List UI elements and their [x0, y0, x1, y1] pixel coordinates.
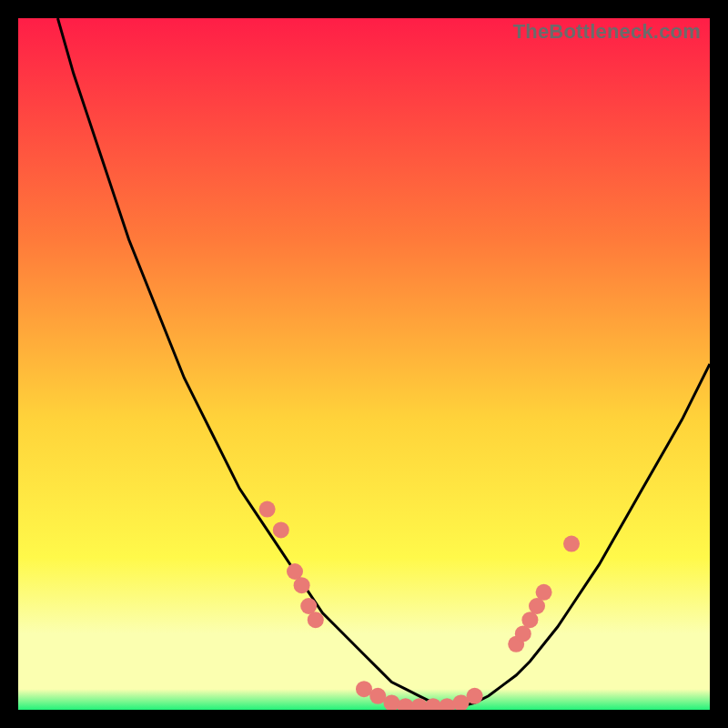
watermark-text: TheBottleneck.com	[513, 20, 701, 44]
data-dot	[308, 612, 324, 628]
data-dot	[536, 584, 552, 601]
gradient-background	[18, 18, 710, 710]
data-dot	[294, 577, 310, 593]
data-dot	[563, 536, 580, 552]
chart-frame: TheBottleneck.com	[18, 18, 710, 710]
data-dot	[273, 521, 289, 538]
data-dot	[467, 688, 483, 704]
data-dot	[259, 501, 276, 518]
bottleneck-chart	[18, 18, 710, 710]
